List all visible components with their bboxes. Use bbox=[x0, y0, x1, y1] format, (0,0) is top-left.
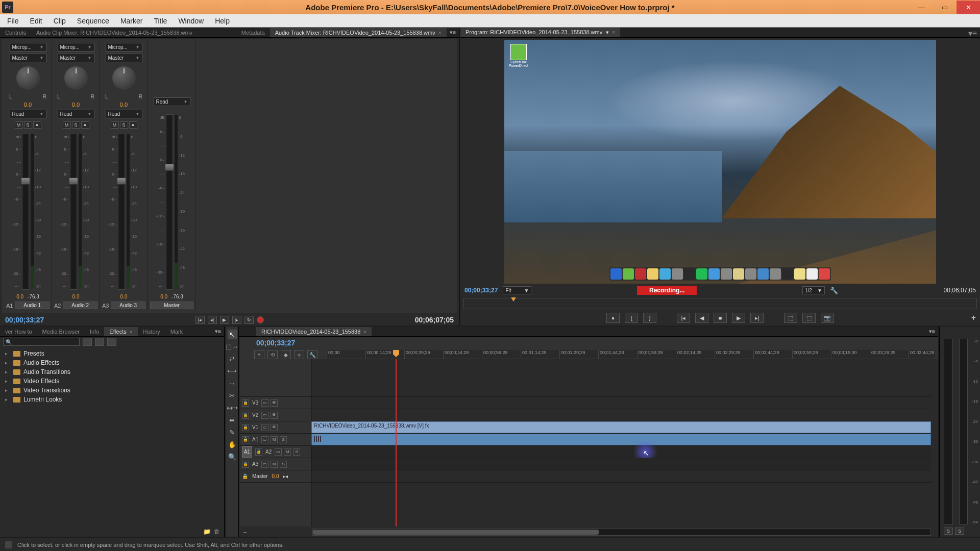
solo-button[interactable]: S bbox=[293, 448, 300, 456]
settings-icon[interactable]: 🔧 bbox=[830, 287, 838, 294]
solo-right-button[interactable]: S bbox=[955, 528, 964, 535]
add-marker-button[interactable]: ♦ bbox=[606, 313, 620, 323]
zoom-fit-dropdown[interactable]: Fit▼ bbox=[503, 286, 531, 294]
tab-metadata[interactable]: Metadata bbox=[236, 28, 270, 37]
pan-value[interactable]: 0.0 bbox=[24, 102, 32, 108]
button-editor-icon[interactable]: + bbox=[971, 313, 976, 322]
mute-button[interactable]: M bbox=[284, 448, 291, 456]
step-back-button[interactable]: ◀ bbox=[695, 313, 708, 323]
tab-effects[interactable]: Effects× bbox=[104, 327, 137, 336]
tab-history[interactable]: History bbox=[138, 327, 165, 336]
resolution-dropdown[interactable]: 1/2▼ bbox=[802, 286, 825, 294]
mute-button[interactable]: M bbox=[111, 121, 119, 129]
lock-icon[interactable]: 🔒 bbox=[242, 461, 249, 468]
volume-db[interactable]: 0.0 bbox=[160, 294, 167, 299]
automation-dropdown[interactable]: Read▼ bbox=[106, 110, 142, 118]
eye-icon[interactable]: 👁 bbox=[271, 424, 278, 431]
audio-clip[interactable] bbox=[311, 434, 931, 445]
fader-handle[interactable] bbox=[21, 178, 30, 185]
channel-name[interactable]: Audio 1 bbox=[15, 302, 50, 309]
fx-type-filter-3[interactable] bbox=[107, 338, 116, 346]
step-back-button[interactable]: ◂| bbox=[208, 316, 217, 324]
panel-menu-icon[interactable]: ▾≡ bbox=[926, 328, 938, 335]
record-enable-button[interactable]: ● bbox=[129, 121, 137, 129]
panel-menu-icon[interactable]: ▾≡ bbox=[447, 29, 459, 36]
volume-fader[interactable] bbox=[166, 114, 173, 290]
fader-handle[interactable] bbox=[165, 164, 174, 171]
rolling-edit-tool-icon[interactable]: ⟷ bbox=[228, 366, 237, 375]
close-tab-icon[interactable]: × bbox=[612, 30, 615, 35]
hand-tool-icon[interactable]: ✋ bbox=[228, 440, 237, 449]
effects-folder[interactable]: ▸Video Transitions bbox=[1, 386, 223, 395]
volume-fader[interactable] bbox=[70, 134, 77, 290]
timeline-ruler[interactable]: 00;0000;00;14;2900;00;29;2900;00;44;2800… bbox=[327, 350, 935, 359]
track-header-a2[interactable]: A1🔒A2▭MS bbox=[240, 446, 311, 458]
lock-icon[interactable]: 🔒 bbox=[255, 448, 262, 456]
timeline-h-scrollbar[interactable] bbox=[312, 529, 931, 536]
effects-folder[interactable]: ▸Audio Transitions bbox=[1, 367, 223, 377]
tab-program[interactable]: Program: RICHVIDEOVideo_2014-05-23_15583… bbox=[460, 28, 620, 37]
go-to-out-button[interactable]: ▸| bbox=[750, 313, 764, 323]
tab-info[interactable]: Info bbox=[85, 327, 104, 336]
scrollbar-thumb[interactable] bbox=[313, 530, 599, 535]
pan-knob[interactable] bbox=[16, 66, 40, 90]
track-header-a3[interactable]: 🔒A3▭MS bbox=[240, 458, 311, 470]
input-dropdown[interactable]: Microp...▼ bbox=[58, 43, 94, 52]
linked-selection-button[interactable]: ⟲ bbox=[267, 350, 278, 359]
solo-button[interactable]: S bbox=[24, 121, 32, 129]
playhead-marker-icon[interactable] bbox=[511, 297, 516, 302]
panel-menu-icon[interactable]: ▾≡ bbox=[212, 328, 224, 335]
automation-dropdown[interactable]: Read▼ bbox=[58, 110, 94, 118]
track-body-a1[interactable] bbox=[311, 434, 931, 446]
toggle-output-icon[interactable]: ▭ bbox=[261, 461, 268, 468]
stop-button[interactable]: ■ bbox=[714, 313, 727, 323]
disclosure-triangle-icon[interactable]: ▸ bbox=[5, 379, 10, 384]
fx-type-filter-2[interactable] bbox=[95, 338, 104, 346]
volume-fader[interactable] bbox=[118, 134, 125, 290]
export-frame-button[interactable]: 📷 bbox=[821, 313, 834, 323]
rate-stretch-tool-icon[interactable]: ↔ bbox=[228, 379, 237, 388]
mute-button[interactable]: M bbox=[271, 461, 278, 468]
automation-dropdown[interactable]: Read▼ bbox=[154, 97, 190, 106]
track-header-v1[interactable]: 🔒V1▭👁 bbox=[240, 421, 311, 434]
channel-name[interactable]: Audio 2 bbox=[63, 302, 97, 309]
track-body-a2[interactable]: ↖ bbox=[311, 446, 931, 458]
menu-window[interactable]: Window bbox=[173, 15, 209, 27]
pan-value[interactable]: 0.0 bbox=[120, 102, 128, 108]
effects-folder[interactable]: ▸Presets bbox=[1, 349, 223, 358]
pen-tool-icon[interactable]: ✎ bbox=[228, 428, 237, 437]
track-header-v3[interactable]: 🔒V3▭👁 bbox=[240, 397, 311, 409]
tab-sequence[interactable]: RICHVIDEOVideo_2014-05-23_155838× bbox=[256, 327, 372, 336]
toggle-output-icon[interactable]: ▭ bbox=[261, 399, 268, 407]
solo-button[interactable]: S bbox=[72, 121, 80, 129]
toggle-output-icon[interactable]: ▭ bbox=[275, 448, 282, 456]
track-header-v2[interactable]: 🔒V2▭👁 bbox=[240, 409, 311, 421]
channel-name[interactable]: Audio 3 bbox=[111, 302, 145, 309]
maximize-button[interactable]: ▭ bbox=[933, 1, 957, 14]
output-dropdown[interactable]: Master▼ bbox=[106, 54, 142, 62]
menu-help[interactable]: Help bbox=[210, 15, 235, 27]
mute-button[interactable]: M bbox=[63, 121, 71, 129]
zoom-out-icon[interactable]: – bbox=[240, 529, 250, 536]
menu-edit[interactable]: Edit bbox=[25, 15, 47, 27]
ripple-edit-tool-icon[interactable]: ⇄ bbox=[228, 354, 237, 363]
loop-button[interactable]: ↻ bbox=[244, 316, 254, 324]
close-button[interactable]: ✕ bbox=[957, 1, 980, 14]
pan-value[interactable]: 0.0 bbox=[72, 102, 80, 108]
lift-button[interactable]: ⬚ bbox=[784, 313, 797, 323]
tab-audio-track-mixer[interactable]: Audio Track Mixer: RICHVIDEOVideo_2014-0… bbox=[270, 28, 447, 37]
record-enable-button[interactable]: ● bbox=[81, 121, 89, 129]
record-button[interactable] bbox=[257, 316, 264, 323]
lock-icon[interactable]: 🔒 bbox=[242, 473, 248, 479]
effects-folder[interactable]: ▸Audio Effects bbox=[1, 358, 223, 367]
disclosure-triangle-icon[interactable]: ▸ bbox=[5, 397, 10, 402]
effects-folder[interactable]: ▸Video Effects bbox=[1, 377, 223, 386]
disclosure-triangle-icon[interactable]: ▸ bbox=[5, 369, 10, 374]
pan-knob[interactable] bbox=[64, 66, 88, 90]
minimize-button[interactable]: — bbox=[910, 1, 933, 14]
close-tab-icon[interactable]: × bbox=[438, 30, 442, 36]
program-timebar[interactable] bbox=[463, 298, 977, 309]
disclosure-triangle-icon[interactable]: ▸ bbox=[5, 360, 10, 365]
solo-left-button[interactable]: S bbox=[944, 528, 953, 535]
mark-out-button[interactable]: } bbox=[643, 313, 656, 323]
